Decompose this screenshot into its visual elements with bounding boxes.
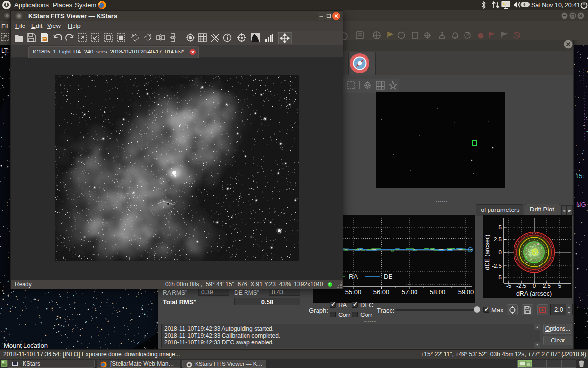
svg-text:0: 0	[499, 249, 502, 255]
svg-text:0: 0	[533, 283, 536, 289]
svg-text:dDE (arcsec): dDE (arcsec)	[484, 235, 490, 270]
svg-text:NG: NG	[576, 201, 586, 208]
svg-text:5: 5	[499, 224, 502, 230]
svg-text:DE: DE	[384, 273, 392, 280]
svg-text:15:: 15:	[575, 172, 584, 180]
svg-text:-5: -5	[497, 274, 502, 280]
svg-text:dRA (arcsec): dRA (arcsec)	[516, 290, 552, 297]
svg-text:57:00: 57:00	[402, 289, 418, 296]
svg-text:55:00: 55:00	[345, 289, 362, 296]
svg-text:-2.5: -2.5	[516, 283, 526, 289]
svg-text:5: 5	[558, 283, 561, 289]
svg-text:58:00: 58:00	[430, 289, 446, 296]
svg-text:2.5: 2.5	[543, 283, 551, 289]
svg-text:56:00: 56:00	[373, 289, 390, 296]
svg-text:-2.5: -2.5	[492, 263, 502, 269]
svg-text:2.5: 2.5	[494, 237, 502, 242]
svg-text:-5: -5	[506, 283, 511, 289]
svg-text:RA: RA	[349, 273, 358, 280]
svg-text:59:00: 59:00	[458, 289, 474, 296]
